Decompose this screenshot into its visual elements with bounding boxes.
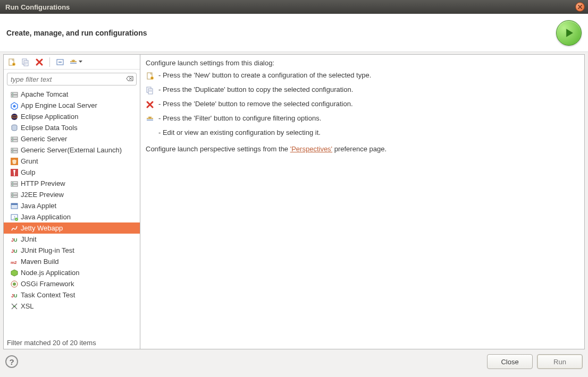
tree-item-label: J2EE Preview: [21, 191, 64, 199]
svg-point-30: [12, 193, 13, 194]
svg-text:U: U: [14, 249, 18, 254]
tree-item-label: XSL: [21, 302, 34, 310]
tree-item[interactable]: J2EE Preview: [4, 189, 140, 200]
tree-item-label: Java Applet: [21, 202, 56, 210]
tree-item[interactable]: JUTask Context Test: [4, 289, 140, 301]
collapse-icon: [56, 58, 64, 66]
new-config-button[interactable]: [6, 56, 18, 68]
window-close-button[interactable]: [575, 2, 585, 12]
filter-button[interactable]: [68, 56, 83, 68]
svg-text:U: U: [14, 237, 18, 243]
eclipse-icon: [10, 113, 19, 121]
instruction-text: - Press the 'Delete' button to remove th…: [158, 100, 353, 108]
tree-item[interactable]: Generic Server: [4, 133, 140, 144]
delete-config-button[interactable]: [33, 56, 45, 68]
grunt-icon: [10, 157, 19, 166]
tree-item[interactable]: Eclipse Application: [4, 111, 140, 122]
tree-item[interactable]: HTTP Preview: [4, 178, 140, 189]
tree-item[interactable]: XSL: [4, 301, 140, 312]
tree-item-label: OSGi Framework: [21, 280, 74, 288]
tree-item[interactable]: Jetty Webapp: [4, 222, 140, 234]
tree-item[interactable]: JUJUnit: [4, 234, 140, 245]
tree-item-label: JUnit Plug-in Test: [21, 246, 74, 254]
tree-item[interactable]: Grunt: [4, 156, 140, 167]
clear-filter-button[interactable]: [126, 75, 133, 84]
filter-status: Filter matched 20 of 20 items: [4, 337, 140, 349]
svg-point-20: [12, 149, 13, 150]
instruction-delete: - Press the 'Delete' button to remove th…: [146, 100, 579, 109]
collapse-all-button[interactable]: [54, 56, 66, 68]
junit-icon: JU: [10, 235, 19, 244]
svg-point-8: [12, 96, 13, 97]
titlebar: Run Configurations: [0, 0, 588, 14]
filter-icon: [69, 58, 78, 66]
new-file-icon: [7, 58, 16, 66]
xsl-icon: [10, 302, 19, 311]
svg-rect-18: [11, 148, 18, 150]
svg-rect-14: [11, 137, 18, 139]
jetty-icon: [10, 224, 19, 233]
svg-point-10: [13, 105, 16, 107]
svg-text:m2: m2: [11, 260, 17, 265]
junit-icon: JU: [10, 291, 19, 299]
instruction-filter: - Press the 'Filter' button to configure…: [146, 114, 579, 123]
tree-item-label: Maven Build: [21, 258, 59, 265]
perspectives-link[interactable]: 'Perspectives': [290, 145, 332, 153]
svg-rect-15: [11, 140, 18, 142]
svg-rect-25: [11, 184, 18, 186]
server-icon: [10, 191, 19, 199]
tree-item[interactable]: m2Maven Build: [4, 256, 140, 267]
close-icon: [577, 4, 583, 10]
tree-item-label: Grunt: [21, 157, 38, 165]
tree-item[interactable]: JUJUnit Plug-in Test: [4, 245, 140, 256]
chevron-down-icon: [79, 61, 82, 63]
server-icon: [10, 135, 19, 143]
applet-icon: [10, 202, 19, 210]
duplicate-config-button[interactable]: [20, 56, 31, 68]
tree-item-label: App Engine Local Server: [21, 101, 97, 109]
left-toolbar: [4, 55, 140, 70]
svg-point-27: [12, 185, 13, 186]
instruction-duplicate: - Press the 'Duplicate' button to copy t…: [146, 85, 579, 95]
close-button[interactable]: Close: [487, 354, 533, 369]
window-title: Run Configurations: [3, 3, 575, 11]
tree-item-label: Generic Server: [21, 135, 67, 143]
svg-point-16: [12, 138, 13, 139]
filter-input[interactable]: [7, 73, 137, 85]
tree-item-label: Eclipse Data Tools: [21, 124, 78, 132]
server-icon: [10, 179, 19, 188]
filter-icon: [146, 115, 154, 123]
run-hero-icon: [556, 20, 582, 46]
svg-rect-28: [11, 193, 18, 195]
help-button[interactable]: ?: [5, 355, 18, 368]
new-file-icon: [146, 72, 154, 80]
tree-item-label: Generic Server(External Launch): [21, 146, 122, 154]
tree-item[interactable]: OSGi Framework: [4, 278, 140, 289]
instruction-text: - Press the 'New' button to create a con…: [158, 71, 371, 79]
javaapp-icon: J: [10, 213, 19, 221]
svg-point-26: [12, 182, 13, 183]
tree-item-label: Eclipse Application: [21, 113, 78, 121]
tree-item[interactable]: Generic Server(External Launch): [4, 144, 140, 156]
tree-item-label: Jetty Webapp: [21, 224, 63, 232]
instructions-title: Configure launch settings from this dial…: [146, 59, 579, 67]
main-panel: Configure launch settings from this dial…: [140, 54, 585, 349]
tree-item[interactable]: JJava Application: [4, 211, 140, 222]
tree-item[interactable]: Node.js Application: [4, 267, 140, 278]
dialog-header: Create, manage, and run configurations: [0, 14, 588, 52]
tree-item-label: HTTP Preview: [21, 179, 65, 187]
tree-item[interactable]: Java Applet: [4, 200, 140, 211]
instruction-new: - Press the 'New' button to create a con…: [146, 71, 579, 80]
svg-point-21: [12, 151, 13, 152]
instruction-text: - Press the 'Filter' button to configure…: [158, 114, 321, 122]
tree-item[interactable]: Gulp: [4, 167, 140, 178]
run-button[interactable]: Run: [537, 354, 583, 369]
perspectives-note: Configure launch perspective settings fr…: [146, 145, 579, 153]
config-tree[interactable]: Apache TomcatApp Engine Local ServerEcli…: [4, 89, 140, 337]
tree-item[interactable]: Apache Tomcat: [4, 89, 140, 100]
instruction-text: - Edit or view an existing configuration…: [158, 128, 321, 136]
tree-item[interactable]: App Engine Local Server: [4, 100, 140, 111]
svg-rect-29: [11, 195, 18, 198]
tree-item[interactable]: Eclipse Data Tools: [4, 122, 140, 133]
duplicate-icon: [146, 86, 154, 95]
